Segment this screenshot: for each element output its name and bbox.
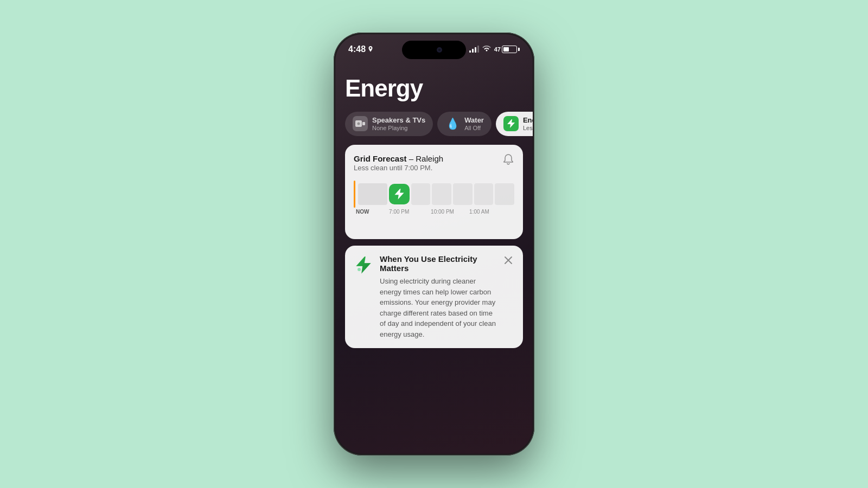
info-card-content: When You Use Electricity Matters Using e…	[380, 254, 496, 339]
water-title: Water	[464, 116, 484, 125]
location-icon	[368, 46, 373, 53]
timeline-segment-4	[432, 183, 451, 205]
pills-row: Speakers & TVs None Playing 💧 Water All …	[345, 112, 523, 136]
status-time: 4:48	[348, 44, 373, 54]
water-icon: 💧	[445, 116, 460, 131]
speakers-title: Speakers & TVs	[372, 116, 425, 125]
bell-icon[interactable]	[502, 153, 514, 168]
close-button[interactable]	[502, 254, 514, 266]
water-text: Water All Off	[464, 116, 484, 132]
dynamic-island	[402, 41, 466, 59]
status-right: 47	[469, 45, 520, 54]
timeline-segment-6	[474, 183, 494, 205]
water-subtitle: All Off	[464, 125, 484, 132]
timeline-segment-3	[411, 183, 431, 205]
speakers-icon	[353, 116, 368, 131]
timeline-label-now: NOW	[356, 209, 369, 215]
timeline-segment-energy	[389, 182, 410, 206]
timeline-label-10pm: 10:00 PM	[431, 209, 454, 215]
water-pill[interactable]: 💧 Water All Off	[437, 112, 492, 136]
energy-text: Energy Less Clean	[523, 116, 533, 132]
info-card-icon	[354, 255, 373, 275]
info-card-body: Using electricity during cleaner energy …	[380, 276, 496, 339]
energy-subtitle: Less Clean	[523, 125, 533, 132]
phone-container: 4:48	[334, 33, 534, 455]
timeline-segment-5	[453, 183, 473, 205]
front-camera	[437, 47, 442, 53]
signal-icon	[469, 46, 479, 53]
info-card: When You Use Electricity Matters Using e…	[345, 246, 523, 348]
speakers-pill[interactable]: Speakers & TVs None Playing	[345, 112, 433, 136]
timeline: NOW 7:00 PM 10:00 PM 1:00 AM	[354, 181, 514, 230]
page-content: Energy Speakers & TVs None Playing	[335, 64, 533, 454]
battery-icon: 47	[494, 46, 520, 53]
svg-point-2	[358, 123, 360, 125]
grid-forecast-subtitle: Less clean until 7:00 PM.	[354, 164, 443, 172]
timeline-label-7pm: 7:00 PM	[389, 209, 409, 215]
energy-pill[interactable]: Energy Less Clean	[496, 112, 533, 136]
speakers-subtitle: None Playing	[372, 125, 425, 132]
energy-title: Energy	[523, 116, 533, 125]
timeline-segment-7	[495, 183, 514, 205]
svg-rect-1	[362, 122, 365, 125]
speakers-text: Speakers & TVs None Playing	[372, 116, 425, 132]
now-indicator	[354, 181, 355, 208]
info-card-title: When You Use Electricity Matters	[380, 254, 496, 273]
energy-icon	[503, 116, 519, 131]
svg-point-3	[358, 268, 361, 271]
timeline-label-1am: 1:00 AM	[469, 209, 489, 215]
wifi-icon	[482, 45, 491, 54]
battery-percent-label: 47	[494, 46, 501, 53]
grid-forecast-card: Grid Forecast – Raleigh Less clean until…	[345, 145, 523, 240]
timeline-segment-1	[358, 183, 387, 205]
grid-forecast-title: Grid Forecast – Raleigh	[354, 153, 443, 164]
page-title: Energy	[345, 75, 523, 102]
